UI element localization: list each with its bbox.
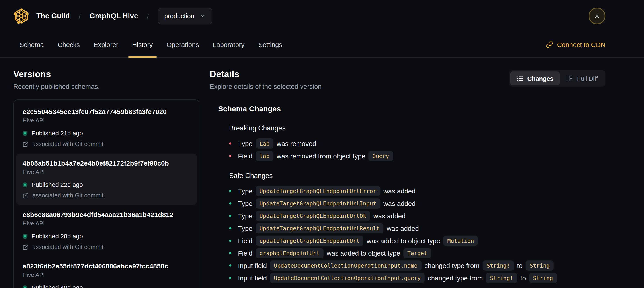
change-row: FieldupdateTargetGraphQLEndpointUrlwas a…	[229, 235, 606, 246]
version-hash: a823f6db2a55df877dcf406006abca97fcc4858c	[22, 262, 190, 270]
full-diff-view-button[interactable]: Full Diff	[560, 72, 604, 85]
version-hash: e2e55045345ce13fe07f52a77459b83fa3fe7020	[22, 108, 190, 115]
change-text: was added to object type	[367, 237, 440, 244]
change-bullet	[229, 239, 231, 242]
published-text: Published 21d ago	[32, 130, 83, 137]
breaking-changes-group: Breaking ChangesTypeLabwas removedFieldl…	[218, 124, 606, 161]
tab-laboratory[interactable]: Laboratory	[209, 32, 248, 57]
tab-explorer[interactable]: Explorer	[90, 32, 122, 57]
code-chip: String	[526, 260, 554, 270]
code-chip: updateTargetGraphQLEndpointUrl	[256, 235, 364, 246]
code-chip: graphqlEndpointUrl	[256, 248, 324, 258]
change-text: Field	[238, 249, 252, 257]
change-text: Input field	[238, 261, 267, 269]
safe-changes-title: Safe Changes	[229, 172, 606, 180]
version-item[interactable]: c8b6e88a06793b9c4dfd54aaa21b36a1b421d812…	[16, 205, 197, 256]
details-title: Details	[210, 69, 322, 79]
published-text: Published 40d ago	[32, 284, 83, 288]
breadcrumb-separator: /	[147, 12, 149, 20]
view-toggle-group: Changes Full Diff	[508, 70, 606, 87]
versions-title: Versions	[13, 69, 200, 79]
git-commit-label: associated with Git commit	[32, 244, 104, 250]
change-text: Type	[238, 199, 252, 207]
version-service: Hive API	[22, 117, 190, 124]
safe-changes-group: Safe ChangesTypeUpdateTargetGraphQLEndpo…	[218, 172, 606, 283]
change-bullet	[229, 202, 231, 204]
top-header: The Guild / GraphQL Hive / production	[0, 0, 644, 32]
git-commit-label: associated with Git commit	[32, 141, 104, 147]
change-bullet	[229, 214, 231, 217]
change-text: was added	[384, 199, 416, 207]
schema-changes-section: Schema Changes Breaking ChangesTypeLabwa…	[210, 105, 606, 283]
change-text: Type	[238, 212, 252, 219]
git-commit-link[interactable]: associated with Git commit	[22, 141, 190, 147]
tab-operations[interactable]: Operations	[162, 32, 203, 57]
safe-changes-list: TypeUpdateTargetGraphQLEndpointUrlErrorw…	[229, 185, 606, 283]
code-chip: Query	[368, 151, 393, 161]
tab-bar: SchemaChecksExplorerHistoryOperationsLab…	[0, 32, 644, 58]
connect-cdn-link[interactable]: Connect to CDN	[546, 32, 606, 57]
change-text: to	[520, 274, 526, 281]
external-link-icon	[22, 244, 29, 250]
tab-settings[interactable]: Settings	[254, 32, 286, 57]
change-bullet	[229, 190, 231, 192]
schema-changes-title: Schema Changes	[218, 105, 606, 114]
code-chip: lab	[256, 151, 274, 161]
change-row: TypeUpdateTargetGraphQLEndpointUrlErrorw…	[229, 185, 606, 196]
published-text: Published 28d ago	[32, 232, 83, 240]
split-panels-icon	[566, 75, 573, 82]
code-chip: UpdateTargetGraphQLEndpointUrlError	[256, 186, 380, 196]
git-commit-link[interactable]: associated with Git commit	[22, 192, 190, 199]
change-text: to	[517, 261, 522, 269]
change-row: TypeUpdateTargetGraphQLEndpointUrlResult…	[229, 223, 606, 233]
version-item[interactable]: e2e55045345ce13fe07f52a77459b83fa3fe7020…	[16, 102, 197, 154]
version-item[interactable]: a823f6db2a55df877dcf406006abca97fcc4858c…	[16, 256, 197, 288]
git-commit-label: associated with Git commit	[32, 192, 104, 199]
list-icon	[516, 75, 523, 82]
change-row: Fieldlabwas removed from object typeQuer…	[229, 150, 606, 161]
change-text: Input field	[238, 274, 267, 281]
code-chip: UpdateTargetGraphQLEndpointUrlResult	[256, 223, 384, 233]
change-text: was removed from object type	[276, 152, 365, 160]
versions-panel: Versions Recently published schemas. e2e…	[13, 58, 200, 288]
change-text: Field	[238, 237, 252, 244]
code-chip: Lab	[256, 138, 274, 148]
published-status: Published 28d ago	[22, 232, 190, 240]
details-header: Details Explore details of the selected …	[210, 69, 606, 90]
change-bullet	[229, 252, 231, 254]
code-chip: String	[529, 273, 557, 283]
breadcrumb-org[interactable]: The Guild	[36, 12, 70, 20]
code-chip: UpdateTargetGraphQLEndpointUrlOk	[256, 211, 370, 221]
change-bullet	[229, 155, 231, 157]
change-text: was added to object type	[327, 249, 400, 257]
published-status: Published 40d ago	[22, 284, 190, 288]
breadcrumb-project[interactable]: GraphQL Hive	[90, 12, 138, 20]
change-text: was added	[374, 212, 406, 219]
target-selector[interactable]: production	[158, 8, 212, 24]
changes-view-button[interactable]: Changes	[510, 72, 560, 85]
version-service: Hive API	[22, 220, 190, 227]
hive-logo-icon[interactable]	[13, 7, 29, 25]
change-row: TypeUpdateTargetGraphQLEndpointUrlInputw…	[229, 198, 606, 209]
details-subtitle: Explore details of the selected version	[210, 83, 322, 90]
tab-schema[interactable]: Schema	[16, 32, 48, 57]
code-chip: Target	[403, 248, 431, 258]
change-text: Type	[238, 224, 252, 232]
tab-checks[interactable]: Checks	[54, 32, 84, 57]
git-commit-link[interactable]: associated with Git commit	[22, 244, 190, 250]
target-selector-value: production	[164, 13, 194, 20]
user-icon	[594, 13, 600, 20]
tab-history[interactable]: History	[128, 32, 157, 57]
version-hash: c8b6e88a06793b9c4dfd54aaa21b36a1b421d812	[22, 211, 190, 218]
published-status: Published 21d ago	[22, 130, 190, 137]
change-text: changed type from	[428, 274, 483, 281]
breaking-changes-title: Breaking Changes	[229, 124, 606, 132]
external-link-icon	[22, 141, 29, 147]
user-menu-button[interactable]	[588, 8, 606, 25]
changes-view-label: Changes	[527, 75, 553, 82]
version-item[interactable]: 4b05ab51b1b4a7e2e4b0ef82172f2b9f7ef98c0b…	[16, 154, 197, 205]
change-groups: Breaking ChangesTypeLabwas removedFieldl…	[218, 124, 606, 283]
version-service: Hive API	[22, 271, 190, 278]
version-hash: 4b05ab51b1b4a7e2e4b0ef82172f2b9f7ef98c0b	[22, 159, 190, 167]
breadcrumb-separator: /	[79, 12, 80, 20]
